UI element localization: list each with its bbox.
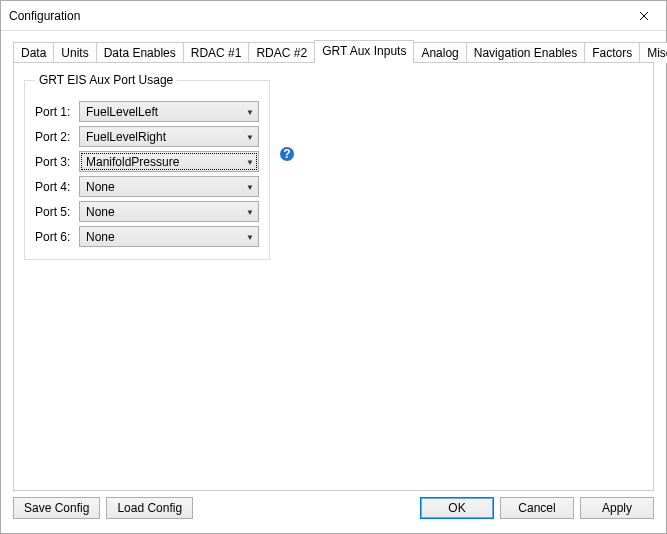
chevron-down-icon: ▼	[246, 157, 254, 166]
grt-eis-aux-port-usage-group: GRT EIS Aux Port Usage Port 1: FuelLevel…	[24, 73, 270, 260]
button-label: Apply	[602, 501, 632, 515]
port-row: Port 5: None ▼	[35, 201, 259, 222]
button-label: Load Config	[117, 501, 182, 515]
button-label: OK	[448, 501, 465, 515]
load-config-button[interactable]: Load Config	[106, 497, 193, 519]
port-2-label: Port 2:	[35, 130, 79, 144]
tab-misc[interactable]: Misc.	[639, 42, 667, 63]
tab-grt-aux-inputs[interactable]: GRT Aux Inputs	[314, 40, 414, 63]
tab-label: Units	[61, 46, 88, 60]
tab-label: Data Enables	[104, 46, 176, 60]
cancel-button[interactable]: Cancel	[500, 497, 574, 519]
tab-label: Analog	[421, 46, 458, 60]
button-label: Save Config	[24, 501, 89, 515]
tab-label: RDAC #2	[256, 46, 307, 60]
port-2-select[interactable]: FuelLevelRight ▼	[79, 126, 259, 147]
port-1-value: FuelLevelLeft	[86, 105, 158, 119]
port-4-select[interactable]: None ▼	[79, 176, 259, 197]
port-1-select[interactable]: FuelLevelLeft ▼	[79, 101, 259, 122]
apply-button[interactable]: Apply	[580, 497, 654, 519]
port-3-label: Port 3:	[35, 155, 79, 169]
config-dialog: Configuration Data Units Data Enables RD…	[0, 0, 667, 534]
port-3-value: ManifoldPressure	[86, 155, 179, 169]
close-icon	[639, 11, 649, 21]
window-title: Configuration	[9, 9, 621, 23]
tab-navigation-enables[interactable]: Navigation Enables	[466, 42, 585, 63]
tab-factors[interactable]: Factors	[584, 42, 640, 63]
port-5-select[interactable]: None ▼	[79, 201, 259, 222]
port-row: Port 4: None ▼	[35, 176, 259, 197]
tab-label: RDAC #1	[191, 46, 242, 60]
button-bar: Save Config Load Config OK Cancel Apply	[13, 491, 654, 525]
chevron-down-icon: ▼	[246, 207, 254, 216]
tab-rdac-1[interactable]: RDAC #1	[183, 42, 250, 63]
port-6-select[interactable]: None ▼	[79, 226, 259, 247]
tab-label: Navigation Enables	[474, 46, 577, 60]
port-row: Port 2: FuelLevelRight ▼	[35, 126, 259, 147]
chevron-down-icon: ▼	[246, 232, 254, 241]
help-icon[interactable]: ?	[280, 147, 294, 161]
port-row: Port 3: ManifoldPressure ▼	[35, 151, 259, 172]
port-4-value: None	[86, 180, 115, 194]
tab-label: Data	[21, 46, 46, 60]
tab-label: GRT Aux Inputs	[322, 44, 406, 58]
port-6-value: None	[86, 230, 115, 244]
port-row: Port 1: FuelLevelLeft ▼	[35, 101, 259, 122]
port-6-label: Port 6:	[35, 230, 79, 244]
tab-data-enables[interactable]: Data Enables	[96, 42, 184, 63]
port-row: Port 6: None ▼	[35, 226, 259, 247]
port-2-value: FuelLevelRight	[86, 130, 166, 144]
save-config-button[interactable]: Save Config	[13, 497, 100, 519]
tab-data[interactable]: Data	[13, 42, 54, 63]
tab-units[interactable]: Units	[53, 42, 96, 63]
port-5-value: None	[86, 205, 115, 219]
content-area: Data Units Data Enables RDAC #1 RDAC #2 …	[1, 31, 666, 533]
chevron-down-icon: ▼	[246, 107, 254, 116]
tab-label: Factors	[592, 46, 632, 60]
group-legend: GRT EIS Aux Port Usage	[35, 73, 177, 87]
tab-label: Misc.	[647, 46, 667, 60]
tab-rdac-2[interactable]: RDAC #2	[248, 42, 315, 63]
tab-analog[interactable]: Analog	[413, 42, 466, 63]
ok-button[interactable]: OK	[420, 497, 494, 519]
button-label: Cancel	[518, 501, 555, 515]
chevron-down-icon: ▼	[246, 132, 254, 141]
tab-panel: GRT EIS Aux Port Usage Port 1: FuelLevel…	[13, 62, 654, 491]
help-icon-text: ?	[283, 148, 290, 160]
close-button[interactable]	[621, 1, 666, 30]
titlebar: Configuration	[1, 1, 666, 31]
port-1-label: Port 1:	[35, 105, 79, 119]
port-5-label: Port 5:	[35, 205, 79, 219]
chevron-down-icon: ▼	[246, 182, 254, 191]
port-4-label: Port 4:	[35, 180, 79, 194]
tab-strip: Data Units Data Enables RDAC #1 RDAC #2 …	[13, 41, 654, 62]
port-3-select[interactable]: ManifoldPressure ▼	[79, 151, 259, 172]
